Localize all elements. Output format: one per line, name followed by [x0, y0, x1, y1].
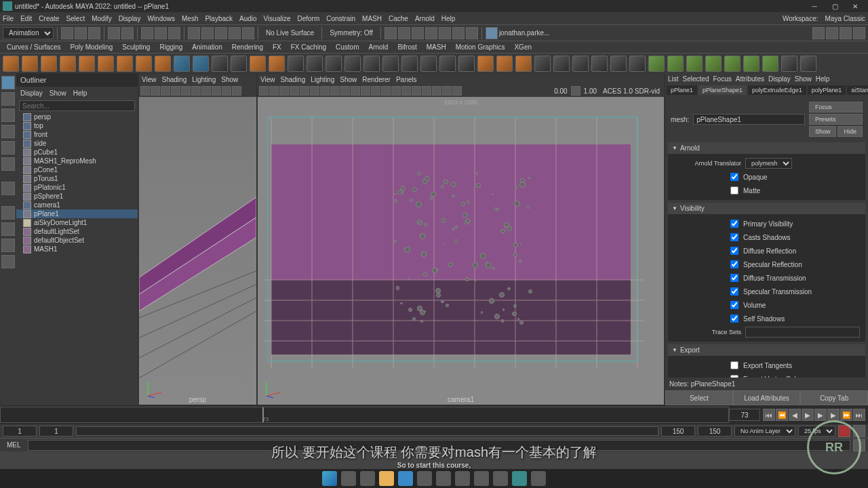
render-settings-icon[interactable]	[412, 27, 424, 39]
vp-icon[interactable]	[232, 86, 241, 96]
redo-icon[interactable]	[121, 27, 134, 39]
maximize-button[interactable]: ▢	[825, 0, 845, 12]
vis-checkbox[interactable]	[730, 220, 738, 228]
shelf-tab[interactable]: Animation	[188, 42, 226, 52]
outliner-item[interactable]: pCone1	[16, 165, 138, 174]
vp-menu-show[interactable]: Show	[221, 76, 238, 83]
menu-help[interactable]: Help	[441, 15, 456, 22]
shelf-tab[interactable]: Custom	[332, 42, 363, 52]
scale-tool-icon[interactable]	[1, 157, 15, 171]
shelf-tab[interactable]: Poly Modeling	[66, 42, 117, 52]
outliner-item[interactable]: MASH1_ReproMesh	[16, 157, 138, 165]
shelf-icon[interactable]	[762, 56, 778, 72]
vp-icon[interactable]	[212, 86, 221, 96]
outliner-item[interactable]: camera1	[16, 201, 138, 209]
vp-icon[interactable]	[310, 86, 319, 96]
shelf-icon[interactable]	[344, 56, 361, 72]
viewport-canvas-persp[interactable]: persp	[139, 97, 256, 405]
app-icon[interactable]	[455, 471, 470, 486]
step-back-icon[interactable]: ⏪	[776, 409, 788, 421]
vp-menu-view[interactable]: View	[142, 76, 157, 83]
ipr-icon[interactable]	[398, 27, 410, 39]
hypershade-icon[interactable]	[425, 27, 437, 39]
outliner-item[interactable]: side	[16, 139, 138, 148]
prev-frame-icon[interactable]: ◀	[789, 409, 801, 421]
vp-icon[interactable]	[422, 86, 431, 96]
vp-icon[interactable]	[222, 86, 231, 96]
outliner-item[interactable]: defaultLightSet	[16, 227, 138, 236]
vp-menu-renderer[interactable]: Renderer	[362, 76, 391, 83]
attr-tab[interactable]: polyPlane1	[808, 85, 846, 95]
select-mode-icon[interactable]	[141, 27, 153, 39]
shelf-icon[interactable]	[79, 56, 95, 72]
shelf-icon[interactable]	[326, 56, 342, 72]
menu-audio[interactable]: Audio	[239, 15, 257, 22]
shelf-icon[interactable]	[60, 56, 76, 72]
vp-icon[interactable]	[442, 86, 452, 96]
vis-checkbox[interactable]	[730, 260, 738, 268]
shelf-icon[interactable]	[41, 56, 57, 72]
outliner-item[interactable]: pSphere1	[16, 192, 138, 201]
vp-icon[interactable]	[432, 86, 441, 96]
goto-end-icon[interactable]: ⏭	[853, 409, 865, 421]
fps-select[interactable]: 25 fps	[798, 426, 835, 436]
snap-curve-icon[interactable]	[201, 27, 214, 39]
menu-mesh[interactable]: Mesh	[182, 15, 198, 22]
vp-icon[interactable]	[181, 86, 191, 96]
vp-icon[interactable]	[171, 86, 180, 96]
time-ruler[interactable]: 73	[0, 407, 729, 423]
shelf-tab[interactable]: XGen	[510, 42, 536, 52]
vp-icon[interactable]	[361, 86, 370, 96]
step-fwd-icon[interactable]: ⏩	[840, 409, 852, 421]
maya-icon[interactable]	[512, 471, 527, 486]
snap-point-icon[interactable]	[215, 27, 227, 39]
shelf-icon[interactable]	[269, 56, 285, 72]
outliner-items[interactable]: persptopfrontsidepCube1MASH1_ReproMeshpC…	[16, 113, 138, 405]
app-icon[interactable]	[531, 471, 546, 486]
attr-menu-attributes[interactable]: Attributes	[736, 75, 764, 83]
shelf-icon[interactable]	[743, 56, 760, 72]
menu-create[interactable]: Create	[39, 15, 59, 22]
outliner-search[interactable]	[19, 100, 135, 111]
shelf-icon[interactable]	[136, 56, 152, 72]
attr-menu-help[interactable]: Help	[816, 75, 830, 83]
outliner-item[interactable]: persp	[16, 113, 138, 121]
outliner-item[interactable]: pPlane1	[16, 209, 138, 218]
outliner-item[interactable]: pCube1	[16, 148, 138, 157]
outliner-menu-show[interactable]: Show	[50, 89, 66, 97]
taskview-icon[interactable]	[360, 471, 375, 486]
range-start-field[interactable]	[3, 426, 37, 436]
symmetry-label[interactable]: Symmetry: Off	[326, 29, 377, 37]
modeling-toolkit-icon[interactable]	[812, 27, 825, 39]
notes-label[interactable]: Notes: pPlaneShape1	[665, 378, 868, 390]
explorer-icon[interactable]	[379, 471, 394, 486]
outliner-item[interactable]: pPlatonic1	[16, 183, 138, 192]
cmdline-lang[interactable]: MEL	[3, 441, 25, 449]
attr-tab[interactable]: aiStandard	[847, 85, 868, 95]
menu-visualize[interactable]: Visualize	[264, 15, 291, 22]
range-start-range-field[interactable]	[39, 426, 73, 436]
app-icon[interactable]	[474, 471, 489, 486]
shelf-icon[interactable]	[496, 56, 513, 72]
menu-playback[interactable]: Playback	[205, 15, 233, 22]
trace-sets-field[interactable]	[745, 327, 860, 338]
shelf-icon[interactable]	[250, 56, 266, 72]
prefs-icon[interactable]	[853, 425, 865, 437]
time-slider[interactable]: 73 73 ⏮ ⏪ ◀ ▶ ▶ ▶ ⏩ ⏭	[0, 405, 868, 424]
shelf-icon[interactable]	[193, 56, 209, 72]
graph-editor-icon[interactable]	[826, 27, 838, 39]
layout-outliner-icon[interactable]	[1, 255, 15, 268]
paint-tool-icon[interactable]	[1, 108, 15, 122]
vp-icon[interactable]	[151, 86, 160, 96]
attr-menu-show[interactable]: Show	[795, 75, 812, 83]
next-frame-icon[interactable]: ▶	[827, 409, 840, 421]
snap-grid-icon[interactable]	[188, 27, 200, 39]
shelf-icon[interactable]	[648, 56, 665, 72]
menu-deform[interactable]: Deform	[297, 15, 319, 22]
rotate-tool-icon[interactable]	[1, 141, 15, 155]
menu-modify[interactable]: Modify	[92, 15, 111, 22]
shelf-icon[interactable]	[686, 56, 703, 72]
shelf-icon[interactable]	[629, 56, 646, 72]
menu-mash[interactable]: MASH	[362, 15, 382, 22]
save-scene-icon[interactable]	[88, 27, 100, 39]
